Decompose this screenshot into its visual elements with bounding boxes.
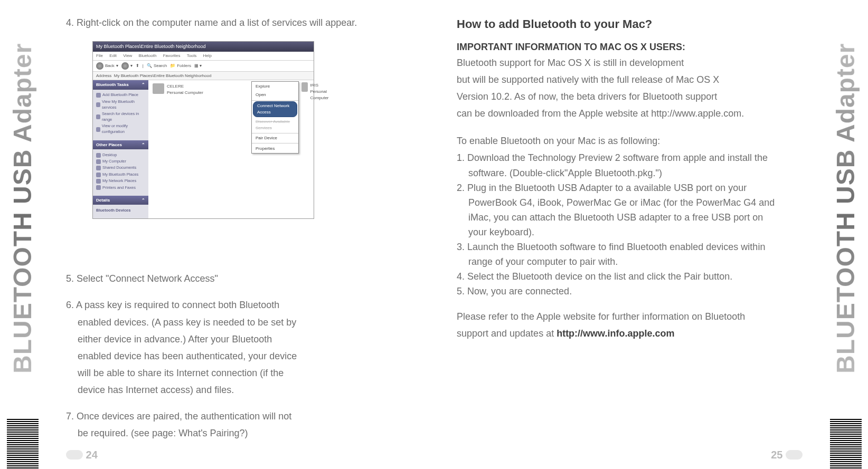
xp-panel-details-body: Bluetooth Devices (93, 205, 148, 218)
ctx-open[interactable]: Open (252, 91, 298, 100)
page-pill-icon (66, 450, 83, 460)
xp-back-button[interactable]: Back ▾ (96, 62, 118, 70)
xp-forward-button[interactable]: ▾ (121, 62, 133, 70)
xp-search-label: Search (154, 63, 167, 69)
xp-menu-edit[interactable]: Edit (109, 53, 117, 58)
forward-icon (121, 62, 129, 70)
step-7-l2: be required. (see page: What's Pairing?) (66, 426, 414, 440)
xp-body: Bluetooth Tasks⌃ Add Bluetooth Place Vie… (93, 80, 314, 218)
li5: 5. Now, you are connected. (457, 284, 803, 298)
xp-address-label: Address (96, 73, 111, 78)
task-config[interactable]: View or modify configuration (96, 123, 145, 135)
xp-panel-tasks-body: Add Bluetooth Place View My Bluetooth se… (93, 90, 148, 140)
apple-info-url: http://www.info.apple.com (556, 328, 674, 339)
xp-menu-help[interactable]: Help (203, 53, 212, 58)
xp-panel-other-label: Other Places (96, 142, 122, 148)
important-heading: IMPORTANT INFORMATION TO MAC OS X USERS: (457, 40, 803, 54)
page-number-right-value: 25 (771, 449, 782, 461)
device-2-name: IRIS (310, 82, 333, 89)
view-icon (96, 102, 100, 107)
xp-menubar: File Edit View Bluetooth Favorites Tools… (93, 52, 314, 61)
xp-menu-bluetooth[interactable]: Bluetooth (139, 53, 157, 58)
other-btplaces-label: My Bluetooth Places (102, 172, 138, 178)
step-6-l4: enabled device has been authenticated, y… (66, 349, 414, 363)
li2-l2: PowerBook G4, iBook, PowerMac Ge or iMac… (457, 196, 803, 209)
li3-l2: range of your computer to pair with. (457, 255, 803, 269)
xp-address-value[interactable]: My Bluetooth Places\Entire Bluetooth Nei… (114, 73, 212, 78)
barcode-left (7, 419, 39, 469)
p3-l1: Please refer to the Apple website for fu… (457, 310, 803, 323)
task-search-label: Search for devices in range (102, 111, 145, 123)
collapse-icon: ⌃ (141, 142, 145, 148)
bt-icon (96, 173, 101, 177)
device-2-type: Personal Computer (310, 89, 333, 101)
other-printers[interactable]: Printers and Faxes (96, 185, 145, 191)
desktop-icon (96, 153, 101, 158)
other-shared[interactable]: Shared Documents (96, 165, 145, 171)
step-4: 4. Right-click on the computer name and … (66, 16, 414, 30)
li4: 4. Select the Bluetooth device on the li… (457, 270, 803, 283)
xp-up-button[interactable]: ⬆ (136, 63, 139, 69)
xp-menu-tools[interactable]: Tools (187, 53, 197, 58)
device-1[interactable]: CELERE Personal Computer (153, 83, 203, 215)
li2-l4: your keyboard). (457, 225, 803, 239)
xp-sidebar: Bluetooth Tasks⌃ Add Bluetooth Place Vie… (93, 80, 148, 218)
p3-l2-text: support and updates at (457, 328, 556, 339)
xp-menu-file[interactable]: File (96, 53, 103, 58)
task-add[interactable]: Add Bluetooth Place (96, 92, 145, 98)
shared-icon (96, 166, 101, 170)
xp-folders-button[interactable]: 📁 Folders (170, 63, 191, 69)
xp-views-button[interactable]: ▦ ▾ (194, 63, 202, 69)
step-5: 5. Select "Connect Network Access" (66, 272, 414, 285)
xp-search-button[interactable]: 🔍 Search (147, 63, 167, 69)
xp-titlebar: My Bluetooth Places\Entire Bluetooth Nei… (93, 42, 314, 52)
p2: To enable Bluetooth on your Mac is as fo… (457, 134, 803, 148)
other-network-label: My Network Places (102, 178, 136, 184)
other-mycomputer[interactable]: My Computer (96, 159, 145, 165)
page-number-left-value: 24 (86, 449, 98, 461)
other-mycomputer-label: My Computer (102, 159, 126, 165)
ctx-explore[interactable]: Explore (252, 82, 298, 91)
computer-icon (153, 83, 164, 94)
computer-icon (301, 82, 308, 92)
device-2[interactable]: IRIS Personal Computer (301, 82, 333, 101)
xp-menu-favorites[interactable]: Favorites (163, 53, 181, 58)
other-desktop[interactable]: Desktop (96, 152, 145, 158)
collapse-icon: ⌃ (141, 197, 145, 204)
task-view[interactable]: View My Bluetooth services (96, 99, 145, 111)
search-task-icon (96, 114, 100, 119)
li1-l2: software. (Double-click"Apple Bluetooth.… (457, 166, 803, 180)
page-number-left: 24 (66, 447, 98, 463)
xp-panel-other-header[interactable]: Other Places⌃ (93, 140, 148, 150)
left-side-band: BLUETOOTH USB Adapter (0, 0, 45, 469)
xp-toolbar: Back ▾ ▾ ⬆ | 🔍 Search 📁 Folders ▦ ▾ (93, 61, 314, 72)
li3-l1: 3. Launch the Bluetooth software to find… (457, 240, 803, 254)
step-6-l2: enabled devices. (A pass key is needed t… (66, 315, 414, 329)
other-desktop-label: Desktop (102, 152, 117, 158)
ctx-properties[interactable]: Properties (252, 144, 298, 153)
ctx-discover-services[interactable]: Discover Available Services (252, 118, 298, 132)
xp-panel-details-header[interactable]: Details⌃ (93, 196, 148, 205)
page-pill-icon (786, 450, 803, 460)
side-label-right: BLUETOOTH USB Adapter (831, 0, 860, 417)
xp-main: CELERE Personal Computer Explore Open Co… (148, 80, 314, 218)
other-network[interactable]: My Network Places (96, 178, 145, 184)
other-btplaces[interactable]: My Bluetooth Places (96, 172, 145, 178)
xp-back-label: Back (105, 63, 115, 69)
xp-panel-tasks-header[interactable]: Bluetooth Tasks⌃ (93, 80, 148, 90)
details-value: Bluetooth Devices (96, 208, 145, 214)
task-search[interactable]: Search for devices in range (96, 111, 145, 123)
side-label-left: BLUETOOTH USB Adapter (8, 0, 37, 417)
step-6-l1: 6. A pass key is required to connect bot… (66, 298, 414, 312)
right-side-band: BLUETOOTH USB Adapter (823, 0, 868, 469)
left-page: 4. Right-click on the computer name and … (45, 0, 436, 469)
xp-panel-details-label: Details (96, 197, 110, 204)
p3-l2: support and updates at http://www.info.a… (457, 327, 803, 340)
ctx-connect-network-access[interactable]: Connect Network Access (253, 101, 297, 117)
xp-panel-tasks-label: Bluetooth Tasks (96, 82, 129, 88)
xp-menu-view[interactable]: View (123, 53, 132, 58)
details-text: Bluetooth Devices (96, 208, 130, 214)
back-icon (96, 62, 103, 70)
ctx-pair-device[interactable]: Pair Device (252, 134, 298, 143)
p1-l2: but will be supported natively with the … (457, 73, 803, 87)
